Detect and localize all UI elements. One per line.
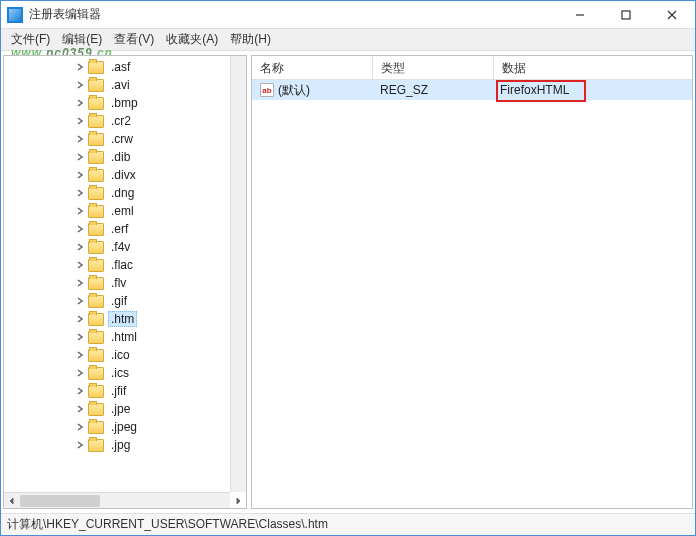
tree-item-label: .gif [108, 293, 130, 309]
tree-item-label: .eml [108, 203, 137, 219]
tree-item[interactable]: .html [4, 328, 246, 346]
cell-data: FirefoxHTML [492, 81, 692, 99]
expand-icon[interactable] [74, 61, 86, 73]
tree-item[interactable]: .bmp [4, 94, 246, 112]
col-header-data[interactable]: 数据 [494, 56, 692, 79]
menu-help[interactable]: 帮助(H) [224, 29, 277, 50]
expand-icon[interactable] [74, 151, 86, 163]
tree-item-label: .crw [108, 131, 136, 147]
tree-item[interactable]: .ico [4, 346, 246, 364]
menubar: 文件(F) 编辑(E) 查看(V) 收藏夹(A) 帮助(H) [1, 29, 695, 51]
menu-view[interactable]: 查看(V) [108, 29, 160, 50]
folder-icon [88, 151, 104, 164]
scroll-right-icon[interactable] [230, 493, 246, 509]
scroll-left-icon[interactable] [4, 493, 20, 509]
tree-item-label: .avi [108, 77, 133, 93]
cell-name: ab(默认) [252, 80, 372, 101]
tree-item[interactable]: .cr2 [4, 112, 246, 130]
folder-icon [88, 61, 104, 74]
tree-scrollbar-vertical[interactable] [230, 56, 246, 492]
tree-item[interactable]: .erf [4, 220, 246, 238]
list-pane[interactable]: 名称 类型 数据 ab(默认)REG_SZFirefoxHTML [251, 55, 693, 509]
tree-item-label: .flv [108, 275, 129, 291]
cell-type: REG_SZ [372, 81, 492, 99]
expand-icon[interactable] [74, 313, 86, 325]
col-header-name[interactable]: 名称 [252, 56, 372, 79]
tree-item[interactable]: .flv [4, 274, 246, 292]
registry-editor-window: 注册表编辑器 文件(F) 编辑(E) 查看(V) 收藏夹(A) 帮助(H) ww… [0, 0, 696, 536]
folder-icon [88, 169, 104, 182]
folder-icon [88, 115, 104, 128]
tree-item[interactable]: .divx [4, 166, 246, 184]
folder-icon [88, 385, 104, 398]
tree-item-label: .jpeg [108, 419, 140, 435]
folder-icon [88, 295, 104, 308]
svg-rect-0 [622, 11, 630, 19]
menu-favorites[interactable]: 收藏夹(A) [160, 29, 224, 50]
folder-icon [88, 421, 104, 434]
expand-icon[interactable] [74, 385, 86, 397]
tree-item[interactable]: .avi [4, 76, 246, 94]
tree-item-label: .divx [108, 167, 139, 183]
tree-item[interactable]: .gif [4, 292, 246, 310]
tree-item-label: .cr2 [108, 113, 134, 129]
tree-item-label: .htm [108, 311, 137, 327]
expand-icon[interactable] [74, 349, 86, 361]
tree-item-label: .dib [108, 149, 133, 165]
maximize-button[interactable] [603, 1, 649, 29]
expand-icon[interactable] [74, 115, 86, 127]
folder-icon [88, 313, 104, 326]
status-path: 计算机\HKEY_CURRENT_USER\SOFTWARE\Classes\.… [7, 516, 328, 533]
expand-icon[interactable] [74, 223, 86, 235]
tree-item[interactable]: .jpe [4, 400, 246, 418]
menu-edit[interactable]: 编辑(E) [56, 29, 108, 50]
expand-icon[interactable] [74, 79, 86, 91]
close-button[interactable] [649, 1, 695, 29]
expand-icon[interactable] [74, 421, 86, 433]
folder-icon [88, 79, 104, 92]
expand-icon[interactable] [74, 187, 86, 199]
tree-item[interactable]: .jfif [4, 382, 246, 400]
tree-item[interactable]: .htm [4, 310, 246, 328]
tree-item[interactable]: .crw [4, 130, 246, 148]
expand-icon[interactable] [74, 331, 86, 343]
folder-icon [88, 349, 104, 362]
list-row[interactable]: ab(默认)REG_SZFirefoxHTML [252, 80, 692, 100]
tree-item[interactable]: .jpeg [4, 418, 246, 436]
expand-icon[interactable] [74, 205, 86, 217]
folder-icon [88, 97, 104, 110]
folder-icon [88, 403, 104, 416]
expand-icon[interactable] [74, 367, 86, 379]
tree-scrollbar-horizontal[interactable] [4, 492, 230, 508]
expand-icon[interactable] [74, 169, 86, 181]
folder-icon [88, 241, 104, 254]
scroll-thumb[interactable] [20, 495, 100, 507]
expand-icon[interactable] [74, 403, 86, 415]
statusbar: 计算机\HKEY_CURRENT_USER\SOFTWARE\Classes\.… [1, 513, 695, 535]
list-header: 名称 类型 数据 [252, 56, 692, 80]
tree-item[interactable]: .jpg [4, 436, 246, 454]
expand-icon[interactable] [74, 439, 86, 451]
expand-icon[interactable] [74, 295, 86, 307]
col-header-type[interactable]: 类型 [373, 56, 493, 79]
tree-item-label: .erf [108, 221, 131, 237]
tree-item-label: .bmp [108, 95, 141, 111]
tree-item[interactable]: .dng [4, 184, 246, 202]
minimize-button[interactable] [557, 1, 603, 29]
tree-item[interactable]: .f4v [4, 238, 246, 256]
tree-item-label: .jpe [108, 401, 133, 417]
tree-item[interactable]: .eml [4, 202, 246, 220]
window-controls [557, 1, 695, 29]
tree-pane[interactable]: .asf.avi.bmp.cr2.crw.dib.divx.dng.eml.er… [3, 55, 247, 509]
expand-icon[interactable] [74, 241, 86, 253]
tree-item[interactable]: .ics [4, 364, 246, 382]
tree-item[interactable]: .asf [4, 58, 246, 76]
expand-icon[interactable] [74, 259, 86, 271]
expand-icon[interactable] [74, 277, 86, 289]
tree-item[interactable]: .dib [4, 148, 246, 166]
window-title: 注册表编辑器 [29, 6, 557, 23]
expand-icon[interactable] [74, 133, 86, 145]
tree-item[interactable]: .flac [4, 256, 246, 274]
menu-file[interactable]: 文件(F) [5, 29, 56, 50]
expand-icon[interactable] [74, 97, 86, 109]
